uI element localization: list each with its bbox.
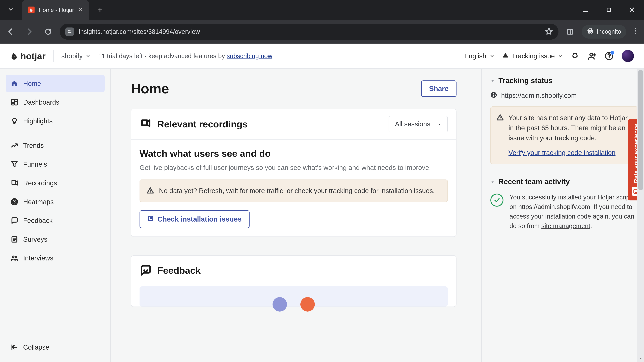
sidebar-item-label: Feedback <box>23 217 53 224</box>
window-close-button[interactable] <box>628 6 636 14</box>
subscribe-link[interactable]: subscribing now <box>227 52 272 59</box>
sidebar-item-surveys[interactable]: Surveys <box>6 231 105 248</box>
scrollbar-thumb[interactable] <box>638 70 643 190</box>
window-maximize-button[interactable] <box>605 6 613 14</box>
address-bar[interactable]: insights.hotjar.com/sites/3814994/overvi… <box>60 24 558 40</box>
main-area: Home Share Relevant recordings <box>111 69 644 362</box>
caret-down-icon <box>438 120 442 128</box>
language-switcher[interactable]: English <box>464 52 494 60</box>
sidebar-item-recordings[interactable]: Recordings <box>6 174 105 192</box>
window-minimize-button[interactable] <box>582 6 590 14</box>
sidebar-item-highlights[interactable]: Highlights <box>6 112 105 130</box>
bookmark-star-icon[interactable] <box>545 27 553 36</box>
trial-banner: 11 trial days left - keep advanced featu… <box>98 52 272 60</box>
activity-text-suffix: . <box>590 222 592 229</box>
dashboard-icon <box>11 98 18 106</box>
org-switcher[interactable]: shopify <box>62 52 90 60</box>
svg-marker-48 <box>492 80 494 82</box>
nav-reload-button[interactable] <box>41 24 55 39</box>
site-info-icon[interactable] <box>66 27 74 36</box>
collapse-icon <box>11 344 18 351</box>
svg-point-21 <box>590 53 593 56</box>
recordings-card-header: Relevant recordings All sessions <box>131 109 456 140</box>
sidebar-item-interviews[interactable]: Interviews <box>6 249 105 267</box>
recordings-card-body: Watch what users see and do Get live pla… <box>131 140 456 237</box>
incognito-icon <box>587 27 594 36</box>
surveys-icon <box>11 236 18 243</box>
tab-search-button[interactable] <box>0 0 22 20</box>
hotjar-flame-icon <box>10 52 18 60</box>
site-management-link[interactable]: site management <box>541 222 590 229</box>
new-tab-button[interactable] <box>95 5 105 15</box>
tracking-warning-text: Your site has not sent any data to Hotja… <box>508 114 628 142</box>
hotjar-logo[interactable]: hotjar <box>10 51 46 61</box>
tracking-status-header[interactable]: Tracking status <box>490 76 638 85</box>
tracking-issue-label: Tracking issue <box>512 52 555 60</box>
sidebar-item-label: Interviews <box>23 254 53 262</box>
recent-activity-header[interactable]: Recent team activity <box>490 177 638 186</box>
sidebar-item-label: Recordings <box>23 179 57 187</box>
app-header: hotjar shopify 11 trial days left - keep… <box>0 43 644 69</box>
warning-icon <box>146 187 154 194</box>
feedback-card-title: Feedback <box>140 264 200 276</box>
integrations-icon[interactable] <box>570 51 580 61</box>
tracking-status-title: Tracking status <box>498 76 552 85</box>
trends-icon <box>11 142 18 149</box>
globe-icon <box>490 91 497 100</box>
sidebar-item-dashboards[interactable]: Dashboards <box>6 93 105 111</box>
browser-tab-title: Home - Hotjar <box>38 7 74 13</box>
svg-marker-30 <box>12 162 17 167</box>
sidebar-item-home[interactable]: Home <box>6 75 105 92</box>
svg-point-39 <box>15 256 17 258</box>
tracked-site-url-text: https://admin.shopify.com <box>501 92 577 99</box>
sidebar-item-heatmaps[interactable]: Heatmaps <box>6 193 105 211</box>
browser-menu-button[interactable] <box>630 27 641 36</box>
recordings-card-title-text: Relevant recordings <box>157 119 248 130</box>
svg-rect-28 <box>15 102 17 105</box>
app-body: Home Dashboards Highlights Trends Funnel… <box>0 69 644 362</box>
sidebar-item-label: Highlights <box>23 117 53 125</box>
invite-user-icon[interactable] <box>587 51 597 61</box>
svg-point-57 <box>636 191 637 191</box>
activity-item: You successfully installed your Hotjar s… <box>490 193 638 231</box>
svg-point-46 <box>144 269 144 270</box>
sidebar: Home Dashboards Highlights Trends Funnel… <box>0 69 111 362</box>
browser-tab[interactable]: Home - Hotjar <box>22 0 89 20</box>
verify-tracking-link[interactable]: Verify your tracking code installation <box>508 148 616 158</box>
side-panel-button[interactable] <box>563 24 577 39</box>
browser-titlebar: Home - Hotjar <box>0 0 644 20</box>
tracking-issue-dropdown[interactable]: Tracking issue <box>502 52 562 60</box>
tracked-site-url: https://admin.shopify.com <box>490 91 638 100</box>
trial-text: 11 trial days left - keep advanced featu… <box>98 52 227 59</box>
incognito-indicator[interactable]: Incognito <box>582 25 626 38</box>
scroll-down-icon[interactable] <box>637 355 644 362</box>
sidebar-item-label: Heatmaps <box>23 198 54 206</box>
tab-close-icon[interactable] <box>78 7 83 13</box>
check-installation-button[interactable]: Check installation issues <box>140 210 250 228</box>
svg-rect-5 <box>607 8 610 11</box>
chevron-down-icon <box>558 52 562 60</box>
sessions-select[interactable]: All sessions <box>388 116 448 132</box>
hotjar-logo-text: hotjar <box>20 51 46 61</box>
caret-down-icon <box>490 177 495 186</box>
chevron-down-icon <box>86 52 90 60</box>
browser-toolbar: insights.hotjar.com/sites/3814994/overvi… <box>0 20 644 43</box>
user-avatar[interactable] <box>622 50 634 62</box>
main-content: Home Share Relevant recordings <box>111 69 481 362</box>
sidebar-item-funnels[interactable]: Funnels <box>6 156 105 173</box>
page-title-row: Home Share <box>131 80 456 97</box>
help-icon[interactable] <box>604 51 614 61</box>
sidebar-item-feedback[interactable]: Feedback <box>6 212 105 229</box>
sidebar-collapse-button[interactable]: Collapse <box>6 339 105 356</box>
chevron-down-icon <box>490 52 494 60</box>
vertical-scrollbar[interactable] <box>637 69 644 362</box>
sidebar-item-trends[interactable]: Trends <box>6 137 105 154</box>
nav-forward-button[interactable] <box>22 24 36 39</box>
recordings-card-title: Relevant recordings <box>140 118 248 130</box>
nav-back-button[interactable] <box>3 24 18 39</box>
right-panel: Tracking status https://admin.shopify.co… <box>481 69 644 362</box>
recordings-card-icon <box>140 118 152 130</box>
share-button[interactable]: Share <box>421 80 456 97</box>
feedback-card-icon <box>140 264 152 276</box>
svg-marker-54 <box>492 182 494 183</box>
